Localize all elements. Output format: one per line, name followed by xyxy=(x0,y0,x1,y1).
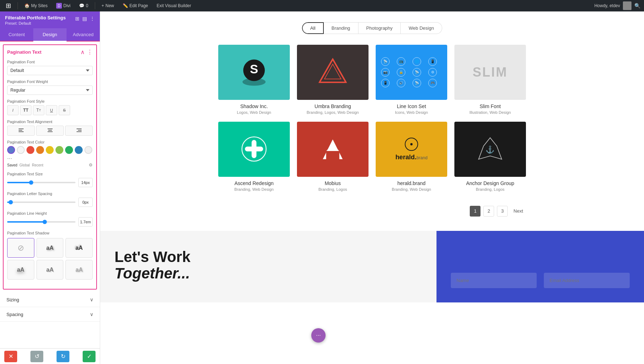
edit-page-link[interactable]: ✏️ Edit Page xyxy=(121,0,150,11)
tab-design[interactable]: Design xyxy=(33,28,67,42)
my-sites-link[interactable]: 🏠 My Sites xyxy=(22,0,50,11)
strikethrough-button[interactable]: S xyxy=(59,105,70,115)
portfolio-tags: Branding, Logos, Web Design xyxy=(297,110,369,115)
text-size-value[interactable]: 14px xyxy=(78,178,93,187)
list-item[interactable]: herald.brand herald.brand Branding, Web … xyxy=(376,122,447,191)
divi-link[interactable]: D Divi xyxy=(54,0,73,11)
list-item[interactable]: Umbra Branding Branding, Logos, Web Desi… xyxy=(297,45,369,115)
shadow-3-option[interactable]: aA xyxy=(7,260,34,280)
color-swatch-red[interactable] xyxy=(26,146,34,154)
sizing-section[interactable]: Sizing ∨ xyxy=(0,292,100,307)
spacing-chevron-icon: ∨ xyxy=(90,311,93,317)
shadow-none-option[interactable]: ⊘ xyxy=(7,238,34,258)
color-swatch-green[interactable] xyxy=(65,146,73,154)
color-swatch-navy[interactable] xyxy=(75,146,83,154)
floating-menu-button[interactable]: ··· xyxy=(311,328,326,343)
filter-branding[interactable]: Branding xyxy=(324,22,358,34)
email-input[interactable] xyxy=(544,273,630,288)
align-center-button[interactable] xyxy=(36,126,64,136)
portfolio-thumb-ascend xyxy=(218,122,290,177)
text-align-field: Pagination Text Alignment xyxy=(7,120,93,136)
bold-t-button[interactable]: TT xyxy=(33,105,44,115)
color-swatch-yellow[interactable] xyxy=(46,146,54,154)
letter-spacing-value[interactable]: 0px xyxy=(78,198,93,207)
color-swatch-light[interactable] xyxy=(84,146,92,154)
shadow-2-preview: aA xyxy=(75,245,83,251)
filter-photography[interactable]: Photography xyxy=(358,22,401,34)
align-right-button[interactable] xyxy=(65,126,93,136)
avatar xyxy=(623,1,631,10)
shadow-5-option[interactable]: aA xyxy=(65,260,93,280)
search-icon[interactable]: 🔍 xyxy=(634,3,640,9)
line-icon-11: 📡 xyxy=(413,79,421,87)
portfolio-name: Line Icon Set xyxy=(376,103,447,109)
spacing-section[interactable]: Spacing ∨ xyxy=(0,307,100,322)
color-swatch-blue-active[interactable] xyxy=(7,146,15,154)
tab-advanced[interactable]: Advanced xyxy=(67,28,100,41)
panel-icon-columns[interactable]: ▤ xyxy=(82,16,87,21)
list-item[interactable]: ⚓ Anchor Design Group Branding, Logos xyxy=(454,122,526,191)
name-input[interactable] xyxy=(451,273,537,288)
page-2-button[interactable]: 2 xyxy=(483,206,494,217)
line-height-value[interactable]: 1.7em xyxy=(78,217,93,227)
filter-webdesign[interactable]: Web Design xyxy=(401,22,442,34)
svg-marker-16 xyxy=(325,64,341,79)
panel-icon-grid[interactable]: ⊞ xyxy=(75,16,79,21)
new-link[interactable]: + New xyxy=(99,0,116,11)
wp-logo[interactable]: ⊞ xyxy=(4,0,13,11)
color-swatch-orange[interactable] xyxy=(36,146,44,154)
shadow-2-option[interactable]: aA xyxy=(65,238,93,258)
filter-all[interactable]: All xyxy=(302,22,323,34)
section-header: Pagination Text ∧ ⋮ xyxy=(7,49,93,55)
font-weight-label: Pagination Font Weight xyxy=(7,79,93,84)
svg-rect-8 xyxy=(77,131,82,132)
svg-rect-21 xyxy=(326,151,340,161)
panel-icon-dots[interactable]: ⋮ xyxy=(90,16,95,21)
edit-icon: ✏️ xyxy=(123,3,128,8)
section-menu-icon[interactable]: ⋮ xyxy=(87,49,93,55)
color-swatch-white[interactable] xyxy=(17,146,25,154)
tab-content[interactable]: Content xyxy=(0,28,33,41)
section-collapse-icon[interactable]: ∧ xyxy=(80,49,85,55)
bold-tt-button[interactable]: TT xyxy=(20,105,31,115)
portfolio-name: Umbra Branding xyxy=(297,103,369,109)
page-3-button[interactable]: 3 xyxy=(497,206,508,217)
list-item[interactable]: Mobius Branding, Logos xyxy=(297,122,369,191)
redo-button[interactable]: ↻ xyxy=(57,351,69,362)
comments-link[interactable]: 💬 0 xyxy=(77,0,91,11)
line-height-track xyxy=(7,221,75,223)
align-left-button[interactable] xyxy=(7,126,35,136)
panel-header-icons: ⊞ ▤ ⋮ xyxy=(75,16,95,21)
close-button[interactable]: ✕ xyxy=(4,351,17,362)
color-more-icon[interactable]: ⋯ xyxy=(7,156,12,161)
svg-text:S: S xyxy=(250,62,258,76)
portfolio-tags: Branding, Logos xyxy=(454,187,526,191)
shadow-1-option[interactable]: aA xyxy=(36,238,64,258)
line-height-thumb[interactable] xyxy=(43,220,47,224)
undo-button[interactable]: ↺ xyxy=(30,351,43,362)
underline-button[interactable]: U xyxy=(46,105,57,115)
shadow-4-option[interactable]: aA xyxy=(36,260,64,280)
font-select[interactable]: Default xyxy=(7,66,93,75)
svg-rect-3 xyxy=(48,128,53,129)
text-shadow-label: Pagination Text Shadow xyxy=(7,231,93,235)
page-1-button[interactable]: 1 xyxy=(470,206,480,217)
panel-body: Pagination Text ∧ ⋮ Pagination Font Defa… xyxy=(0,42,100,348)
color-swatches: ⋯ xyxy=(7,146,93,161)
italic-button[interactable]: I xyxy=(7,105,19,115)
left-panel: Filterable Portfolio Settings Preset: De… xyxy=(0,11,100,364)
list-item[interactable]: SLIM Slim Font Illustration, Web Design xyxy=(454,45,526,115)
exit-visual-builder-link[interactable]: Exit Visual Builder xyxy=(155,0,194,11)
list-item[interactable]: Ascend Redesign Branding, Web Design xyxy=(218,122,290,191)
list-item[interactable]: S Shadow Inc. Logos, Web Design xyxy=(218,45,290,115)
text-size-thumb[interactable] xyxy=(29,180,33,185)
floating-dots-icon: ··· xyxy=(316,332,321,339)
color-settings-icon[interactable]: ⚙ xyxy=(89,162,93,168)
color-swatch-olive[interactable] xyxy=(55,146,63,154)
portfolio-thumb-anchor: ⚓ xyxy=(454,122,526,177)
list-item[interactable]: 📡 📺 🌐 📱 📷 🔒 📡 ⚙ 📱 🔊 📡 🎮 xyxy=(376,45,447,115)
confirm-button[interactable]: ✓ xyxy=(83,351,96,362)
letter-spacing-thumb[interactable] xyxy=(9,200,13,204)
font-weight-select[interactable]: Regular xyxy=(7,86,93,95)
page-next-button[interactable]: Next xyxy=(511,207,526,215)
